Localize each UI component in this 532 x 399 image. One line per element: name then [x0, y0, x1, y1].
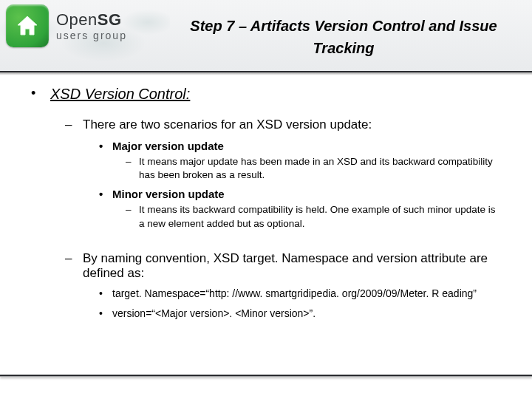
logo-brand-suffix: SG [98, 10, 122, 29]
scenario-intro: There are two scenarios for an XSD versi… [83, 117, 372, 132]
minor-version-label: Minor version update [112, 188, 225, 200]
section-heading: XSD Version Control: [50, 86, 190, 102]
naming-convention-intro: By naming convention, XSD target. Namesp… [83, 251, 488, 280]
section-heading-item: XSD Version Control: There are two scena… [15, 86, 502, 321]
slide-body: XSD Version Control: There are two scena… [0, 72, 532, 321]
slide-header: OpenSG users group Step 7 – Artifacts Ve… [0, 0, 532, 72]
house-icon-svg [13, 12, 41, 40]
major-version-desc: It means major update has been made in a… [112, 155, 502, 182]
minor-version-desc: It means its backward compatibility is h… [112, 203, 502, 230]
logo-text: OpenSG users group [56, 12, 127, 41]
target-namespace-line: target. Namespace=“http: //www. smartgri… [83, 287, 502, 301]
major-version-label: Major version update [112, 140, 224, 152]
house-icon [6, 4, 49, 47]
scenario-intro-item: There are two scenarios for an XSD versi… [50, 117, 502, 231]
logo-subtitle: users group [56, 30, 127, 41]
naming-convention-item: By naming convention, XSD target. Namesp… [50, 251, 502, 321]
logo-brand-prefix: Open [56, 10, 98, 29]
version-attr-line: version=“<Major version>. <Minor version… [83, 307, 502, 321]
logo-brand: OpenSG [56, 12, 127, 28]
slide-title: Step 7 – Artifacts Version Control and I… [170, 15, 517, 59]
logo: OpenSG users group [6, 4, 127, 47]
minor-version-item: Minor version update It means its backwa… [83, 188, 502, 230]
major-version-item: Major version update It means major upda… [83, 140, 502, 182]
footer-divider [0, 375, 532, 377]
